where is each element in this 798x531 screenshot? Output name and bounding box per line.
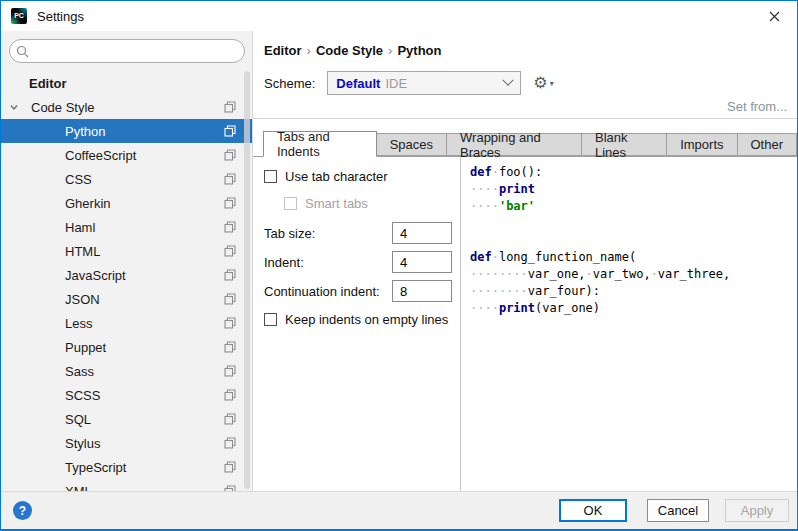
keep-indents-label: Keep indents on empty lines bbox=[285, 312, 448, 327]
copy-settings-icon bbox=[224, 485, 236, 491]
ok-button[interactable]: OK bbox=[559, 499, 627, 522]
code-line: ········var_one,·var_two,·var_three, bbox=[470, 266, 797, 283]
sidebar-item-sass[interactable]: Sass bbox=[1, 359, 252, 383]
sidebar-item-puppet[interactable]: Puppet bbox=[1, 335, 252, 359]
sidebar-item-scss[interactable]: SCSS bbox=[1, 383, 252, 407]
copy-settings-icon bbox=[224, 341, 236, 353]
scheme-actions-button[interactable]: ⚙︎ ▾ bbox=[533, 75, 553, 91]
copy-settings-icon bbox=[224, 317, 236, 329]
sidebar-item-label: Editor bbox=[29, 76, 67, 91]
tabs-and-indents-pane: Use tab character Smart tabs Tab size: I… bbox=[253, 156, 797, 491]
header-separator: Set from... bbox=[253, 97, 797, 119]
sidebar-item-label: Stylus bbox=[65, 436, 100, 451]
code-line: def·foo(): bbox=[470, 164, 797, 181]
sidebar-item-label: SQL bbox=[65, 412, 91, 427]
close-button[interactable] bbox=[752, 1, 797, 31]
sidebar-item-code-style[interactable]: Code Style bbox=[1, 95, 252, 119]
scheme-suffix: IDE bbox=[385, 76, 407, 91]
chevron-down-icon bbox=[503, 75, 514, 86]
search-icon bbox=[16, 45, 29, 58]
scheme-label: Scheme: bbox=[264, 76, 315, 91]
sidebar-item-javascript[interactable]: JavaScript bbox=[1, 263, 252, 287]
tab-blank-lines[interactable]: Blank Lines bbox=[582, 133, 667, 156]
copy-settings-icon bbox=[224, 389, 236, 401]
tab-size-input[interactable] bbox=[392, 222, 452, 244]
tab-spaces[interactable]: Spaces bbox=[377, 133, 447, 156]
copy-settings-icon bbox=[224, 197, 236, 209]
continuation-indent-input[interactable] bbox=[392, 280, 452, 302]
pycharm-logo-icon: PC bbox=[11, 8, 27, 24]
code-line bbox=[470, 232, 797, 249]
help-button[interactable]: ? bbox=[13, 501, 32, 520]
sidebar-item-label: XML bbox=[65, 484, 92, 492]
code-preview-pane[interactable]: def·foo():····print····'bar' def·long_fu… bbox=[461, 157, 797, 491]
copy-settings-icon bbox=[224, 413, 236, 425]
indent-input[interactable] bbox=[392, 251, 452, 273]
scheme-row: Scheme: Default IDE ⚙︎ ▾ bbox=[264, 71, 797, 95]
smart-tabs-checkbox[interactable]: Smart tabs bbox=[284, 196, 452, 211]
scheme-select[interactable]: Default IDE bbox=[327, 71, 521, 95]
copy-settings-icon bbox=[224, 149, 236, 161]
sidebar-item-sql[interactable]: SQL bbox=[1, 407, 252, 431]
smart-tabs-label: Smart tabs bbox=[305, 196, 368, 211]
sidebar-item-typescript[interactable]: TypeScript bbox=[1, 455, 252, 479]
tab-tabs-and-indents[interactable]: Tabs and Indents bbox=[263, 131, 377, 157]
sidebar-item-coffeescript[interactable]: CoffeeScript bbox=[1, 143, 252, 167]
copy-settings-icon bbox=[224, 437, 236, 449]
keep-indents-checkbox[interactable]: Keep indents on empty lines bbox=[264, 312, 452, 327]
tab-wrapping-and-braces[interactable]: Wrapping and Braces bbox=[447, 133, 582, 156]
copy-settings-icon bbox=[224, 269, 236, 281]
apply-button[interactable]: Apply bbox=[725, 499, 789, 522]
search-box[interactable] bbox=[9, 39, 245, 63]
sidebar-item-html[interactable]: HTML bbox=[1, 239, 252, 263]
sidebar-item-stylus[interactable]: Stylus bbox=[1, 431, 252, 455]
sidebar-scrollbar[interactable] bbox=[244, 71, 250, 489]
window-title: Settings bbox=[37, 9, 84, 24]
tab-imports[interactable]: Imports bbox=[667, 133, 737, 156]
tab-other[interactable]: Other bbox=[738, 133, 798, 156]
sidebar-item-gherkin[interactable]: Gherkin bbox=[1, 191, 252, 215]
code-line: def·long_function_name( bbox=[470, 249, 797, 266]
sidebar-item-label: HTML bbox=[65, 244, 100, 259]
chevron-down-icon[interactable] bbox=[9, 102, 27, 112]
sidebar-item-label: CSS bbox=[65, 172, 92, 187]
settings-tree: EditorCode StylePythonCoffeeScriptCSSGhe… bbox=[1, 71, 252, 491]
sidebar-item-less[interactable]: Less bbox=[1, 311, 252, 335]
breadcrumb: Editor›Code Style›Python bbox=[253, 31, 797, 58]
copy-settings-icon bbox=[224, 293, 236, 305]
indent-options-form: Use tab character Smart tabs Tab size: I… bbox=[253, 157, 461, 491]
breadcrumb-part: Editor bbox=[264, 43, 302, 58]
copy-settings-icon bbox=[224, 221, 236, 233]
code-line: ········var_four): bbox=[470, 283, 797, 300]
code-line: ····print(var_one) bbox=[470, 300, 797, 317]
sidebar-item-xml[interactable]: XML bbox=[1, 479, 252, 491]
sidebar-item-haml[interactable]: Haml bbox=[1, 215, 252, 239]
checkbox-icon bbox=[264, 313, 277, 326]
sidebar-item-label: SCSS bbox=[65, 388, 100, 403]
copy-settings-icon bbox=[224, 101, 236, 113]
copy-settings-icon bbox=[224, 173, 236, 185]
cancel-button[interactable]: Cancel bbox=[647, 499, 709, 522]
sidebar-item-json[interactable]: JSON bbox=[1, 287, 252, 311]
gear-icon: ⚙︎ bbox=[533, 75, 547, 91]
caret-down-icon: ▾ bbox=[550, 79, 554, 88]
use-tab-character-label: Use tab character bbox=[285, 169, 388, 184]
sidebar-item-css[interactable]: CSS bbox=[1, 167, 252, 191]
sidebar-item-label: Gherkin bbox=[65, 196, 111, 211]
sidebar-item-label: JavaScript bbox=[65, 268, 126, 283]
checkbox-icon bbox=[264, 170, 277, 183]
sidebar-item-python[interactable]: Python bbox=[1, 119, 252, 143]
sidebar-item-label: Less bbox=[65, 316, 92, 331]
sidebar-item-label: Sass bbox=[65, 364, 94, 379]
indent-label: Indent: bbox=[264, 255, 304, 270]
continuation-indent-row: Continuation indent: bbox=[264, 279, 452, 303]
continuation-indent-label: Continuation indent: bbox=[264, 284, 380, 299]
breadcrumb-separator: › bbox=[302, 43, 316, 58]
question-mark-icon: ? bbox=[19, 504, 26, 518]
tab-size-label: Tab size: bbox=[264, 226, 315, 241]
close-icon bbox=[769, 11, 780, 22]
set-from-link[interactable]: Set from... bbox=[727, 99, 787, 114]
use-tab-character-checkbox[interactable]: Use tab character bbox=[264, 169, 452, 184]
search-input[interactable] bbox=[29, 41, 244, 61]
code-style-tabs: Tabs and IndentsSpacesWrapping and Brace… bbox=[253, 131, 797, 156]
